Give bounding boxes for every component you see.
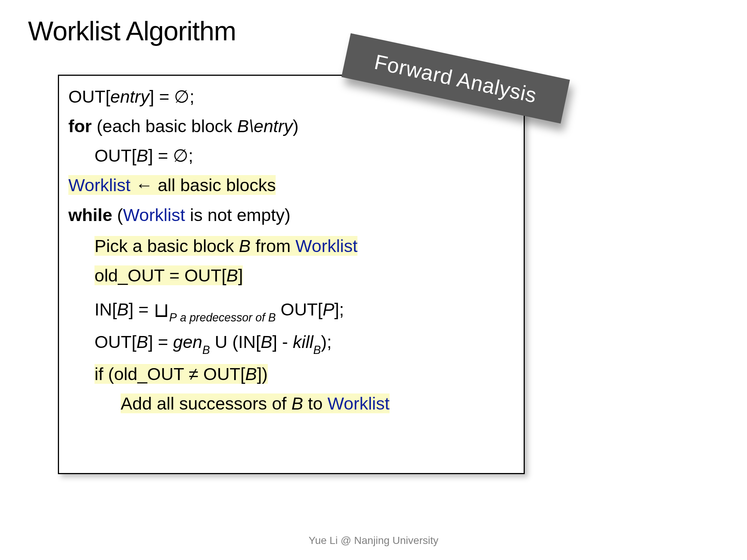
sub-B: B (202, 343, 210, 356)
var-B: B (239, 236, 251, 256)
var-B: B (261, 332, 272, 352)
text-out: OUT[ (276, 299, 322, 319)
var-B: B (245, 364, 257, 384)
keyword-while: while (68, 205, 112, 225)
text-out: OUT[ (94, 146, 136, 165)
text-paren: (each basic block (92, 116, 237, 136)
text-entry: entry (110, 87, 149, 106)
text-out: OUT[ (94, 332, 136, 352)
algo-line-9: OUT[B] = genB U (IN[B] - killB); (68, 329, 514, 356)
var-B: B (226, 265, 238, 285)
var-B: B (136, 332, 148, 352)
text-from: from (251, 236, 295, 256)
var-P: P (323, 299, 334, 319)
text-union: U (IN[ (210, 332, 261, 352)
text-old: old_OUT = OUT[ (94, 265, 226, 285)
algo-line-8: IN[B] = ⊔P a predecessor of B OUT[P]; (68, 294, 514, 324)
sub-P: P (169, 311, 177, 324)
algo-line-7: old_OUT = OUT[B] (68, 263, 514, 288)
text-close: ]) (257, 364, 268, 384)
text-minus: ] - (272, 332, 293, 352)
sub-txt: a predecessor of B (177, 311, 276, 324)
algorithm-box: OUT[entry] = ∅; for (each basic block B\… (58, 75, 525, 474)
text-paren: ( (112, 205, 123, 225)
text-close: ); (321, 332, 332, 352)
text-add: Add all successors of (121, 393, 291, 413)
text-eq: ] = ∅; (148, 146, 193, 165)
text-close: ] (238, 265, 243, 285)
text-rest: is not empty) (185, 205, 291, 225)
text-in: IN[ (94, 299, 117, 319)
var-gen: gen (173, 332, 202, 352)
text-if: if (old_OUT ≠ OUT[ (94, 364, 245, 384)
algo-line-10: if (old_OUT ≠ OUT[B]) (68, 361, 514, 387)
text-eq: ] = ∅; (149, 87, 195, 106)
algo-line-2: for (each basic block B\entry) (68, 113, 514, 139)
text-arrow: ← all basic blocks (130, 175, 276, 195)
var-B: B (136, 146, 148, 165)
keyword-for: for (68, 116, 92, 136)
text-eq: ] = (148, 332, 173, 352)
text-eq: ] = (128, 299, 154, 319)
algo-line-6: Pick a basic block B from Worklist (68, 233, 514, 259)
join-icon: ⊔ (154, 299, 169, 321)
var-B: B (237, 116, 249, 136)
algo-line-3: OUT[B] = ∅; (68, 143, 514, 168)
page-title: Worklist Algorithm (28, 16, 236, 46)
text-out: OUT[ (68, 87, 110, 106)
worklist-var: Worklist (295, 236, 357, 256)
text-close: ]; (334, 299, 344, 319)
worklist-var: Worklist (68, 175, 130, 195)
text-close: ) (293, 116, 299, 136)
algo-line-11: Add all successors of B to Worklist (68, 391, 514, 416)
worklist-var: Worklist (328, 393, 390, 413)
var-B: B (291, 393, 303, 413)
slide-footer: Yue Li @ Nanjing University (0, 535, 747, 547)
text-pick: Pick a basic block (94, 236, 239, 256)
sub-B: B (313, 343, 321, 356)
text-to: to (303, 393, 328, 413)
var-B: B (117, 299, 128, 319)
algo-line-4: Worklist ← all basic blocks (68, 172, 514, 198)
var-entry: entry (254, 116, 293, 136)
text-slash: \ (249, 116, 254, 136)
worklist-var: Worklist (123, 205, 185, 225)
algo-line-5: while (Worklist is not empty) (68, 202, 514, 228)
var-kill: kill (293, 332, 313, 352)
